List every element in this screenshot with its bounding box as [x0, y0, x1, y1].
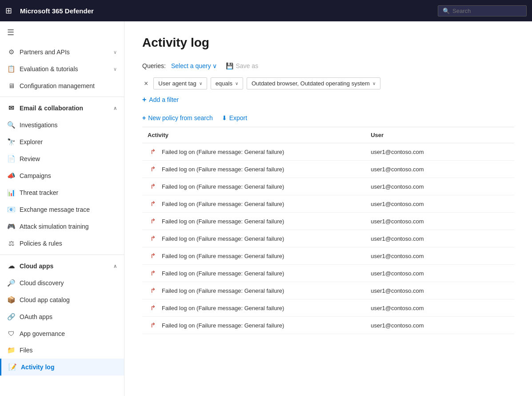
policies-icon: ⚖ — [7, 239, 15, 247]
activity-cell: ↱Failed log on (Failure message: General… — [142, 161, 365, 178]
user-cell: user1@contoso.com — [365, 317, 514, 334]
table-row[interactable]: ↱Failed log on (Failure message: General… — [142, 282, 514, 299]
sidebar-item-policies-rules[interactable]: ⚖ Policies & rules — [0, 235, 124, 252]
layout: ☰ ⚙ Partners and APIs ∨ 📋 Evaluation & t… — [0, 21, 532, 396]
export-button[interactable]: ⬇ Export — [222, 114, 247, 121]
plus-icon: + — [142, 96, 146, 104]
sidebar-item-label: Cloud app catalog — [20, 296, 117, 303]
chevron-down-icon: ∨ — [212, 62, 217, 69]
sidebar-item-cloud-discovery[interactable]: 🔎 Cloud discovery — [0, 275, 124, 291]
user-cell: user1@contoso.com — [365, 265, 514, 282]
user-cell: user1@contoso.com — [365, 213, 514, 230]
activity-text: Failed log on (Failure message: General … — [162, 166, 284, 173]
sidebar-item-review[interactable]: 📄 Review — [0, 150, 124, 167]
sidebar-item-threat-tracker[interactable]: 📊 Threat tracker — [0, 184, 124, 201]
chevron-down-icon: ∨ — [235, 81, 238, 86]
sidebar-item-label: Campaigns — [20, 172, 117, 179]
sidebar-item-activity-log[interactable]: 📝 Activity log — [0, 359, 124, 376]
export-label: Export — [229, 114, 247, 121]
campaigns-icon: 📣 — [7, 172, 15, 180]
attack-sim-icon: 🎮 — [7, 222, 15, 230]
table-row[interactable]: ↱Failed log on (Failure message: General… — [142, 213, 514, 230]
activity-cell: ↱Failed log on (Failure message: General… — [142, 195, 365, 213]
sidebar-item-partners-apis[interactable]: ⚙ Partners and APIs ∨ — [0, 44, 124, 61]
filter-field-label: User agent tag — [158, 80, 196, 87]
sidebar-item-label: Files — [20, 347, 117, 354]
activity-text: Failed log on (Failure message: General … — [162, 305, 284, 311]
table-row[interactable]: ↱Failed log on (Failure message: General… — [142, 247, 514, 265]
sidebar-item-label: Evaluation & tutorials — [20, 65, 109, 73]
activity-text: Failed log on (Failure message: General … — [162, 218, 284, 225]
filter-value-label: Outdated browser, Outdated operating sys… — [252, 80, 370, 87]
activity-cell: ↱Failed log on (Failure message: General… — [142, 230, 365, 247]
activity-cell: ↱Failed log on (Failure message: General… — [142, 317, 365, 334]
user-cell: user1@contoso.com — [365, 178, 514, 195]
sidebar-item-config[interactable]: 🖥 Configuration management — [0, 77, 124, 94]
save-as-button[interactable]: 💾 Save as — [226, 62, 258, 69]
filter-field-dropdown[interactable]: User agent tag ∨ — [153, 77, 207, 89]
user-cell: user1@contoso.com — [365, 299, 514, 317]
filter-clear-button[interactable]: × — [142, 78, 150, 89]
sidebar-item-app-governance[interactable]: 🛡 App governance — [0, 325, 124, 342]
table-row[interactable]: ↱Failed log on (Failure message: General… — [142, 161, 514, 178]
table-row[interactable]: ↱Failed log on (Failure message: General… — [142, 143, 514, 161]
search-input[interactable] — [452, 8, 522, 14]
sidebar-item-files[interactable]: 📁 Files — [0, 342, 124, 359]
user-cell: user1@contoso.com — [365, 143, 514, 161]
filter-operator-dropdown[interactable]: equals ∨ — [211, 77, 243, 89]
sidebar-item-label: Investigations — [20, 121, 117, 129]
threat-tracker-icon: 📊 — [7, 189, 15, 197]
sidebar-section-email[interactable]: ✉ Email & collaboration ∧ — [0, 100, 124, 117]
activity-cell: ↱Failed log on (Failure message: General… — [142, 213, 365, 230]
sidebar-item-explorer[interactable]: 🔭 Explorer — [0, 133, 124, 150]
sidebar-item-oauth-apps[interactable]: 🔗 OAuth apps — [0, 308, 124, 325]
queries-label: Queries: — [142, 62, 166, 69]
sidebar-item-attack-simulation[interactable]: 🎮 Attack simulation training — [0, 218, 124, 235]
filter-value-dropdown[interactable]: Outdated browser, Outdated operating sys… — [247, 77, 380, 89]
sidebar-toggle[interactable]: ☰ — [0, 21, 124, 44]
main-content: Activity log Queries: Select a query ∨ 💾… — [124, 21, 532, 396]
activity-cell: ↱Failed log on (Failure message: General… — [142, 282, 365, 299]
activity-text: Failed log on (Failure message: General … — [162, 235, 284, 242]
cloud-section-label: Cloud apps — [20, 263, 53, 270]
table-row[interactable]: ↱Failed log on (Failure message: General… — [142, 265, 514, 282]
cloud-catalog-icon: 📦 — [7, 296, 15, 304]
activity-text: Failed log on (Failure message: General … — [162, 183, 284, 190]
sidebar-item-evaluation[interactable]: 📋 Evaluation & tutorials ∨ — [0, 61, 124, 77]
chevron-down-icon: ∨ — [199, 81, 202, 86]
table-row[interactable]: ↱Failed log on (Failure message: General… — [142, 195, 514, 213]
sidebar-item-exchange-trace[interactable]: 📧 Exchange message trace — [0, 201, 124, 218]
failed-logon-icon: ↱ — [148, 252, 158, 260]
activity-log-icon: 📝 — [8, 363, 16, 371]
sidebar-item-label: OAuth apps — [20, 313, 117, 320]
sidebar-item-label: Threat tracker — [20, 189, 117, 196]
user-cell: user1@contoso.com — [365, 195, 514, 213]
filter-row: × User agent tag ∨ equals ∨ Outdated bro… — [142, 77, 514, 89]
oauth-icon: 🔗 — [7, 313, 15, 321]
sidebar-divider-2 — [0, 255, 124, 255]
user-cell: user1@contoso.com — [365, 247, 514, 265]
sidebar-divider — [0, 97, 124, 97]
search-box[interactable]: 🔍 — [438, 5, 527, 16]
failed-logon-icon: ↱ — [148, 234, 158, 242]
activity-text: Failed log on (Failure message: General … — [162, 270, 284, 277]
sidebar-item-campaigns[interactable]: 📣 Campaigns — [0, 167, 124, 184]
waffle-icon[interactable]: ⊞ — [5, 6, 12, 16]
failed-logon-icon: ↱ — [148, 287, 158, 295]
table-row[interactable]: ↱Failed log on (Failure message: General… — [142, 178, 514, 195]
files-icon: 📁 — [7, 346, 15, 354]
new-policy-button[interactable]: + New policy from search — [142, 114, 213, 121]
sidebar-item-label: Partners and APIs — [20, 48, 109, 56]
table-row[interactable]: ↱Failed log on (Failure message: General… — [142, 230, 514, 247]
email-section-label: Email & collaboration — [20, 105, 83, 112]
table-row[interactable]: ↱Failed log on (Failure message: General… — [142, 299, 514, 317]
table-row[interactable]: ↱Failed log on (Failure message: General… — [142, 317, 514, 334]
sidebar-item-cloud-catalog[interactable]: 📦 Cloud app catalog — [0, 291, 124, 308]
queries-row: Queries: Select a query ∨ 💾 Save as — [142, 62, 514, 69]
sidebar-item-investigations[interactable]: 🔍 Investigations — [0, 117, 124, 133]
select-query-dropdown[interactable]: Select a query ∨ — [171, 62, 217, 69]
page-title: Activity log — [142, 36, 514, 50]
add-filter-row[interactable]: + Add a filter — [142, 96, 514, 104]
save-icon: 💾 — [226, 62, 233, 69]
sidebar-section-cloud[interactable]: ☁ Cloud apps ∧ — [0, 258, 124, 275]
